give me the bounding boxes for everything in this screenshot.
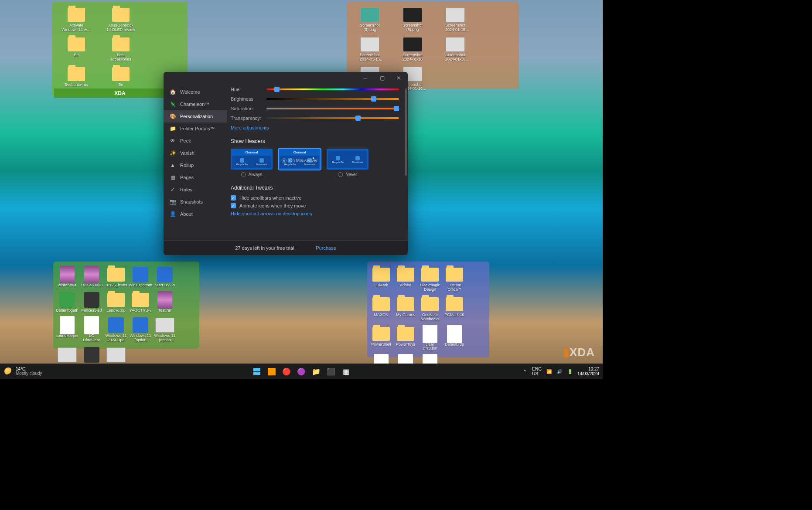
- desktop-item[interactable]: Test.rar: [154, 291, 176, 313]
- nav-snapshots[interactable]: 📷Snapshots: [164, 196, 227, 208]
- desktop-item[interactable]: Windows 11 (option 7).jpg: [154, 316, 176, 343]
- desktop-item[interactable]: YAOCTRU-v: [129, 291, 152, 313]
- desktop-item[interactable]: Start11v2-s: [154, 266, 176, 288]
- nav-rules[interactable]: ✓Rules: [164, 184, 227, 196]
- desktop-item[interactable]: Be: [99, 65, 142, 87]
- fence-downloads[interactable]: winrar-x64161546392310125_iconsWin10Bott…: [53, 262, 199, 349]
- fence-documents[interactable]: 3DMarkAdobeBlackmagic DesignCustom Offic…: [367, 262, 489, 357]
- desktop-item[interactable]: PCMark 10: [443, 296, 466, 322]
- trial-text: 27 days left in your free trial: [235, 245, 294, 251]
- desktop-item[interactable]: Fences5-sd: [80, 291, 103, 313]
- header-option-on-mouseover[interactable]: GeneralRecycle BinDownloads▸On Mouseover: [279, 149, 321, 177]
- desktop-item[interactable]: Asus Zenbook 14 OLED review: [99, 6, 142, 32]
- tray-lang-2[interactable]: US: [532, 371, 542, 376]
- desktop-item[interactable]: 10125_icons: [105, 266, 127, 288]
- desktop-item-label: MAXON: [374, 313, 388, 317]
- nav-label: Welcome: [180, 89, 200, 95]
- settings-sidebar: 🏠Welcome🦎Chameleon™🎨Personalization📁Fold…: [164, 84, 227, 240]
- taskbar-app-3[interactable]: 🟣: [295, 365, 308, 378]
- saturation-slider[interactable]: [266, 108, 399, 109]
- transparency-label: Transparency:: [231, 116, 266, 121]
- desktop-item[interactable]: Default.rdp: [443, 325, 466, 351]
- desktop-item-label: Be: [74, 53, 78, 58]
- tray-lang-1[interactable]: ENG: [532, 367, 542, 371]
- nav-vanish[interactable]: ✨Vanish: [164, 147, 227, 159]
- desktop-item-label: PCMark 10: [444, 313, 464, 317]
- desktop-item[interactable]: Best antivirus: [55, 65, 98, 87]
- desktop-item-label: PowerToys: [396, 343, 415, 347]
- hide-shortcut-arrows-link[interactable]: Hide shortcut arrows on desktop icons: [231, 211, 399, 216]
- scrollbar[interactable]: [405, 88, 407, 176]
- nav-label: Rollup: [180, 163, 194, 168]
- nav-personalization[interactable]: 🎨Personalization: [164, 110, 227, 122]
- desktop-item[interactable]: MAXON: [370, 296, 392, 322]
- minimize-button[interactable]: ─: [357, 72, 374, 84]
- tray-chevron-icon[interactable]: ^: [522, 368, 528, 374]
- desktop-item[interactable]: Be: [55, 36, 98, 62]
- desktop-item[interactable]: 3DMark: [370, 266, 392, 292]
- desktop-item[interactable]: Custom Office T: [443, 266, 466, 292]
- nav-peek[interactable]: 👁Peek: [164, 135, 227, 147]
- taskbar-weather[interactable]: 14°C Mostly cloudy: [0, 367, 47, 376]
- desktop-item[interactable]: OneNote Notebooks: [419, 296, 441, 322]
- desktop-item[interactable]: Screenshot (3).png: [349, 6, 390, 32]
- desktop-item[interactable]: Win10Bottom: [129, 266, 152, 288]
- battery-icon[interactable]: 🔋: [567, 368, 573, 374]
- taskbar-clock[interactable]: 10:27 14/03/2024: [577, 367, 599, 376]
- desktop-item[interactable]: Lenovo.zip: [105, 291, 127, 313]
- taskbar-app-2[interactable]: 🔴: [280, 365, 293, 378]
- desktop-item[interactable]: Best accessories: [99, 36, 142, 62]
- desktop-item-label: Best antivirus: [65, 83, 88, 87]
- maximize-button[interactable]: ▢: [374, 72, 390, 84]
- taskbar-app-5[interactable]: ⬛: [324, 365, 338, 378]
- desktop-item[interactable]: Windows 11 2024 Upd: [105, 316, 127, 343]
- nav-icon: 🎨: [170, 113, 176, 119]
- more-adjustments-link[interactable]: More adjustments: [231, 125, 399, 130]
- nav-rollup[interactable]: ▲Rollup: [164, 159, 227, 171]
- desktop-item[interactable]: LG UltraGear 45GR95QE: [80, 316, 103, 343]
- desktop-item[interactable]: Windows 11 (option 4).jpg: [129, 316, 152, 343]
- brightness-slider[interactable]: [266, 98, 399, 100]
- desktop-item[interactable]: clear DNS.bat: [419, 325, 441, 351]
- volume-icon[interactable]: 🔊: [556, 368, 563, 374]
- tweak-hide-scrollbars-when-inactive[interactable]: ✓Hide scrollbars when inactive: [231, 195, 399, 201]
- desktop-item[interactable]: PowerToys: [394, 325, 417, 351]
- desktop-item[interactable]: Screenshot (8).png: [392, 6, 433, 32]
- taskbar-app-6[interactable]: ▦: [339, 365, 352, 378]
- desktop-item[interactable]: Adobe: [394, 266, 417, 292]
- desktop-item[interactable]: Screenshot 2024-01-16: [392, 36, 433, 62]
- hue-slider[interactable]: [266, 88, 399, 90]
- desktop-item[interactable]: My Games: [394, 296, 417, 322]
- tweak-animate-icons-when-they-move[interactable]: ✓Animate icons when they move: [231, 203, 399, 208]
- close-button[interactable]: ✕: [390, 72, 407, 84]
- desktop-item[interactable]: Screenshot 2024-01-16 071212.png: [435, 36, 476, 62]
- nav-icon: ✨: [170, 150, 176, 156]
- purchase-button[interactable]: Purchase: [316, 245, 336, 251]
- desktop-item[interactable]: winrar-x64: [56, 266, 78, 288]
- nav-chameleon-[interactable]: 🦎Chameleon™: [164, 98, 227, 110]
- taskbar-app-1[interactable]: 🟧: [265, 365, 278, 378]
- nav-folder-portals-[interactable]: 📁Folder Portals™: [164, 122, 227, 135]
- nav-about[interactable]: 👤About: [164, 208, 227, 220]
- desktop-item[interactable]: Screenshot 2024-01-15 094608.png: [349, 36, 390, 62]
- desktop-item[interactable]: BetterTogeth: [56, 291, 78, 313]
- desktop-item[interactable]: Screenshot 2024-01-15 233701.png: [435, 6, 476, 32]
- radio-icon: [338, 172, 343, 177]
- wifi-icon[interactable]: 📶: [546, 368, 552, 374]
- nav-icon: ▲: [170, 162, 176, 168]
- desktop-item[interactable]: Activate Windows 11 with CMD: [55, 6, 98, 32]
- header-option-never[interactable]: Recycle BinDownloadsNever: [327, 149, 368, 177]
- nav-pages[interactable]: ▦Pages: [164, 171, 227, 184]
- desktop-item[interactable]: Blackmagic Design: [419, 266, 441, 292]
- taskbar-app-4[interactable]: 📁: [310, 365, 323, 378]
- start-button[interactable]: [250, 365, 263, 378]
- desktop-item-label: Screenshot (3).png: [355, 24, 385, 32]
- header-option-always[interactable]: GeneralRecycle BinDownloadsAlways: [231, 149, 273, 177]
- tweak-label: Animate icons when they move: [239, 203, 306, 208]
- desktop-item[interactable]: 1615463923: [80, 266, 103, 288]
- desktop-item[interactable]: PowerShell: [370, 325, 392, 351]
- nav-welcome[interactable]: 🏠Welcome: [164, 86, 227, 98]
- desktop-item[interactable]: soundkeeper: [56, 316, 78, 343]
- tweak-label: Hide scrollbars when inactive: [239, 195, 301, 201]
- transparency-slider[interactable]: [266, 117, 399, 119]
